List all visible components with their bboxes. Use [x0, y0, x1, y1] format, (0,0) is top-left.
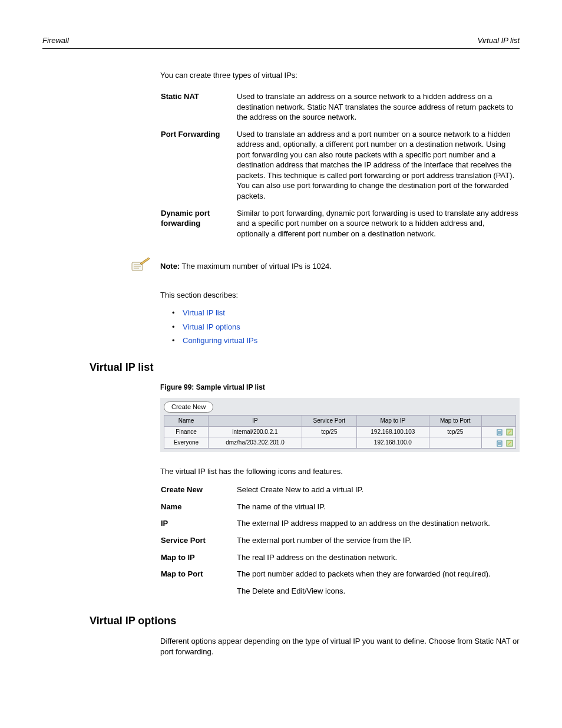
- intro-text: You can create three types of virtual IP…: [160, 70, 520, 81]
- feat-term: Map to IP: [160, 552, 236, 569]
- feat-desc: The name of the virtual IP.: [236, 501, 520, 518]
- col-ip: IP: [209, 416, 302, 427]
- col-map-to-ip: Map to IP: [356, 416, 429, 427]
- note-label: Note:: [160, 262, 180, 271]
- header-right: Virtual IP list: [477, 35, 520, 46]
- col-actions: [481, 416, 515, 427]
- features-intro: The virtual IP list has the following ic…: [160, 466, 520, 477]
- links-list: Virtual IP list Virtual IP options Confi…: [160, 308, 520, 346]
- type-desc: Used to translate an address on a source…: [236, 91, 520, 129]
- section-heading-vip-options: Virtual IP options: [90, 614, 520, 628]
- cell-map-port: tcp/25: [429, 426, 481, 437]
- col-map-to-port: Map to Port: [429, 416, 481, 427]
- note-block: Note: The maximum number of virtual IPs …: [131, 256, 520, 276]
- type-term: Static NAT: [160, 91, 236, 129]
- type-desc: Similar to port forwarding, dynamic port…: [236, 207, 520, 245]
- link-configuring-virtual-ips[interactable]: Configuring virtual IPs: [183, 336, 257, 345]
- cell-actions: [481, 437, 515, 449]
- feat-term: IP: [160, 518, 236, 535]
- note-body: The maximum number of virtual IPs is 102…: [180, 262, 332, 271]
- type-term: Dynamic port forwarding: [160, 207, 236, 245]
- figure-caption: Figure 99: Sample virtual IP list: [160, 383, 520, 392]
- feat-term: Map to Port: [160, 568, 236, 585]
- feat-desc: The real IP address on the destination n…: [236, 552, 520, 569]
- table-row: Everyone dmz/ha/203.202.201.0 192.168.10…: [164, 437, 516, 449]
- type-term: Port Forwarding: [160, 129, 236, 207]
- header-left: Firewall: [42, 35, 69, 46]
- edit-icon[interactable]: [506, 429, 513, 436]
- cell-service-port: [302, 437, 356, 449]
- note-text: Note: The maximum number of virtual IPs …: [160, 261, 332, 272]
- cell-actions: [481, 426, 515, 437]
- feat-term: Service Port: [160, 535, 236, 552]
- cell-name: Finance: [164, 426, 209, 437]
- features-table: Create NewSelect Create New to add a vir…: [160, 484, 520, 602]
- describes-text: This section describes:: [160, 290, 520, 301]
- create-new-button[interactable]: Create New: [164, 401, 213, 413]
- feat-desc: The external port number of the service …: [236, 535, 520, 552]
- cell-name: Everyone: [164, 437, 209, 449]
- feat-term: [160, 585, 236, 602]
- table-row: Finance internal/200.0.2.1 tcp/25 192.16…: [164, 426, 516, 437]
- figure-screenshot: Create New Name IP Service Port Map to I…: [160, 398, 520, 452]
- type-desc: Used to translate an address and a port …: [236, 129, 520, 207]
- cell-map-port: [429, 437, 481, 449]
- edit-icon[interactable]: [506, 440, 513, 447]
- types-table: Static NAT Used to translate an address …: [160, 91, 520, 245]
- col-service-port: Service Port: [302, 416, 356, 427]
- cell-service-port: tcp/25: [302, 426, 356, 437]
- delete-icon[interactable]: [496, 429, 503, 436]
- cell-ip: internal/200.0.2.1: [209, 426, 302, 437]
- feat-term: Name: [160, 501, 236, 518]
- section2-text: Different options appear depending on th…: [160, 636, 520, 657]
- feat-desc: The Delete and Edit/View icons.: [236, 585, 520, 602]
- section-heading-vip-list: Virtual IP list: [90, 360, 520, 374]
- link-virtual-ip-options[interactable]: Virtual IP options: [183, 322, 240, 331]
- link-virtual-ip-list[interactable]: Virtual IP list: [183, 308, 225, 317]
- vip-table: Name IP Service Port Map to IP Map to Po…: [164, 415, 516, 449]
- feat-desc: The port number added to packets when th…: [236, 568, 520, 585]
- feat-desc: Select Create New to add a virtual IP.: [236, 484, 520, 501]
- feat-desc: The external IP address mapped to an add…: [236, 518, 520, 535]
- note-icon: [131, 256, 151, 276]
- col-name: Name: [164, 416, 209, 427]
- delete-icon[interactable]: [496, 440, 503, 447]
- cell-map-ip: 192.168.100.0: [356, 437, 429, 449]
- feat-term: Create New: [160, 484, 236, 501]
- cell-map-ip: 192.168.100.103: [356, 426, 429, 437]
- cell-ip: dmz/ha/203.202.201.0: [209, 437, 302, 449]
- page-header: Firewall Virtual IP list: [42, 35, 520, 49]
